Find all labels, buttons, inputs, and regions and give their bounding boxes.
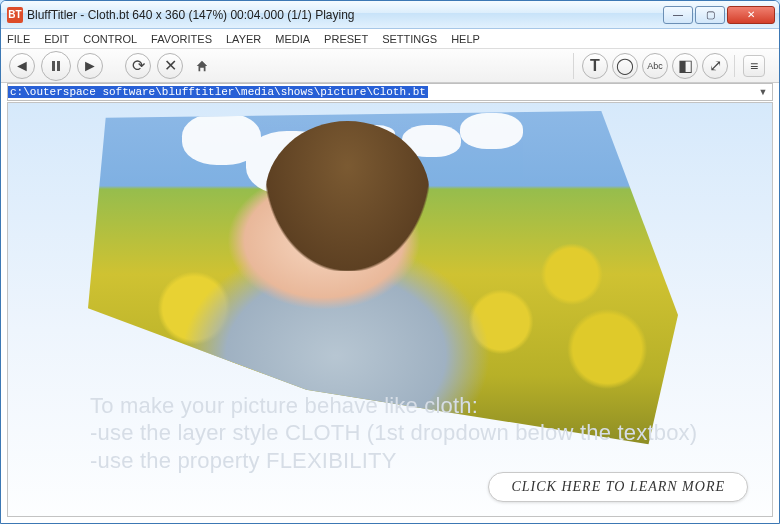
window-buttons: — ▢ ✕ bbox=[661, 6, 775, 24]
home-button[interactable] bbox=[189, 53, 215, 79]
preview-area: To make your picture behave like cloth: … bbox=[7, 102, 773, 517]
menu-layer[interactable]: LAYER bbox=[226, 33, 261, 45]
back-icon: ◄ bbox=[14, 57, 30, 75]
circle-tool-button[interactable]: ◯ bbox=[612, 53, 638, 79]
learn-more-button[interactable]: CLICK HERE TO LEARN MORE bbox=[488, 472, 748, 502]
hamburger-icon: ≡ bbox=[750, 58, 758, 74]
pause-button[interactable] bbox=[41, 51, 71, 81]
text-tool-icon: T bbox=[590, 57, 600, 75]
hamburger-button[interactable]: ≡ bbox=[743, 55, 765, 77]
abc-tool-icon: Abc bbox=[647, 61, 663, 71]
hint-text: To make your picture behave like cloth: … bbox=[90, 392, 752, 475]
hint-line-2: -use the layer style CLOTH (1st dropdown… bbox=[90, 419, 752, 447]
path-input[interactable]: c:\outerspace software\blufftitler\media… bbox=[8, 86, 428, 98]
forward-button[interactable]: ► bbox=[77, 53, 103, 79]
zoom-tool-icon: ⤢ bbox=[709, 56, 722, 75]
hint-line-3: -use the property FLEXIBILITY bbox=[90, 447, 752, 475]
minimize-button[interactable]: — bbox=[663, 6, 693, 24]
maximize-button[interactable]: ▢ bbox=[695, 6, 725, 24]
window-title: BluffTitler - Cloth.bt 640 x 360 (147%) … bbox=[27, 8, 661, 22]
abc-tool-button[interactable]: Abc bbox=[642, 53, 668, 79]
back-button[interactable]: ◄ bbox=[9, 53, 35, 79]
menu-favorites[interactable]: FAVORITES bbox=[151, 33, 212, 45]
pause-icon bbox=[49, 59, 63, 73]
person-hair-shape bbox=[265, 121, 430, 271]
hint-line-1: To make your picture behave like cloth: bbox=[90, 392, 752, 420]
menu-media[interactable]: MEDIA bbox=[275, 33, 310, 45]
outline-tool-button[interactable]: ◧ bbox=[672, 53, 698, 79]
path-dropdown-icon[interactable]: ▼ bbox=[754, 87, 772, 97]
app-icon: BT bbox=[7, 7, 23, 23]
toolbar-right-group: T ◯ Abc ◧ ⤢ bbox=[573, 53, 734, 79]
svg-rect-1 bbox=[57, 61, 60, 71]
menu-control[interactable]: CONTROL bbox=[83, 33, 137, 45]
app-window: BT BluffTitler - Cloth.bt 640 x 360 (147… bbox=[0, 0, 780, 524]
menubar: FILE EDIT CONTROL FAVORITES LAYER MEDIA … bbox=[1, 29, 779, 49]
reload-button[interactable]: ⟳ bbox=[125, 53, 151, 79]
circle-tool-icon: ◯ bbox=[616, 56, 634, 75]
outline-tool-icon: ◧ bbox=[678, 56, 693, 75]
text-tool-button[interactable]: T bbox=[582, 53, 608, 79]
close-button[interactable]: ✕ bbox=[727, 6, 775, 24]
menu-edit[interactable]: EDIT bbox=[44, 33, 69, 45]
menu-preset[interactable]: PRESET bbox=[324, 33, 368, 45]
toolbar: ◄ ► ⟳ ✕ T ◯ Abc ◧ ⤢ ≡ bbox=[1, 49, 779, 83]
stop-button[interactable]: ✕ bbox=[157, 53, 183, 79]
menu-settings[interactable]: SETTINGS bbox=[382, 33, 437, 45]
menu-file[interactable]: FILE bbox=[7, 33, 30, 45]
svg-rect-0 bbox=[52, 61, 55, 71]
forward-icon: ► bbox=[82, 57, 98, 75]
zoom-tool-button[interactable]: ⤢ bbox=[702, 53, 728, 79]
stop-icon: ✕ bbox=[164, 56, 177, 75]
reload-icon: ⟳ bbox=[132, 56, 145, 75]
path-bar[interactable]: c:\outerspace software\blufftitler\media… bbox=[7, 83, 773, 101]
home-icon bbox=[195, 59, 209, 73]
titlebar: BT BluffTitler - Cloth.bt 640 x 360 (147… bbox=[1, 1, 779, 29]
menu-help[interactable]: HELP bbox=[451, 33, 480, 45]
